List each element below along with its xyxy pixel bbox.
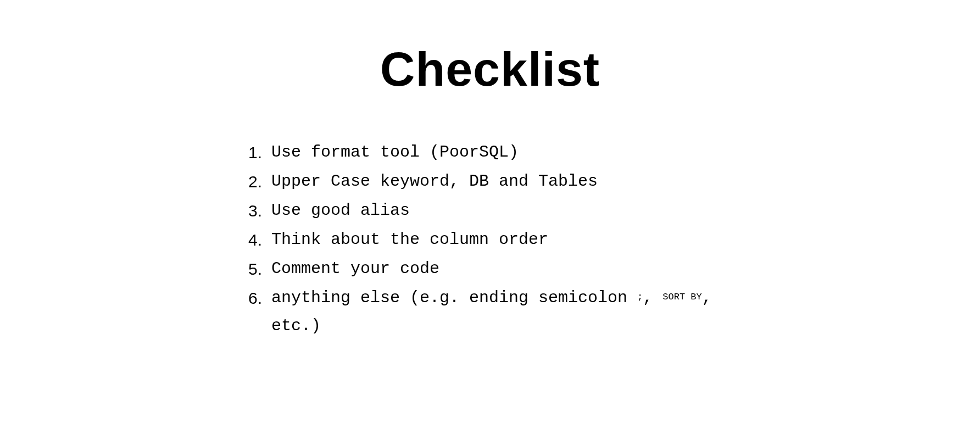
list-item: Upper Case keyword, DB and Tables bbox=[248, 168, 732, 196]
checklist-container: Use format tool (PoorSQL) Upper Case key… bbox=[248, 138, 732, 341]
item-text: , bbox=[643, 288, 662, 307]
list-item: Use good alias bbox=[248, 197, 732, 225]
page-title: Checklist bbox=[380, 41, 600, 97]
list-item: Use format tool (PoorSQL) bbox=[248, 138, 732, 166]
item-text: anything else (e.g. ending semicolon bbox=[271, 288, 637, 307]
code-sort-by: SORT BY bbox=[662, 292, 701, 302]
list-item: anything else (e.g. ending semicolon ;, … bbox=[248, 284, 732, 340]
code-semicolon: ; bbox=[637, 292, 643, 302]
list-item: Think about the column order bbox=[248, 226, 732, 254]
list-item: Comment your code bbox=[248, 255, 732, 283]
checklist: Use format tool (PoorSQL) Upper Case key… bbox=[248, 138, 732, 340]
